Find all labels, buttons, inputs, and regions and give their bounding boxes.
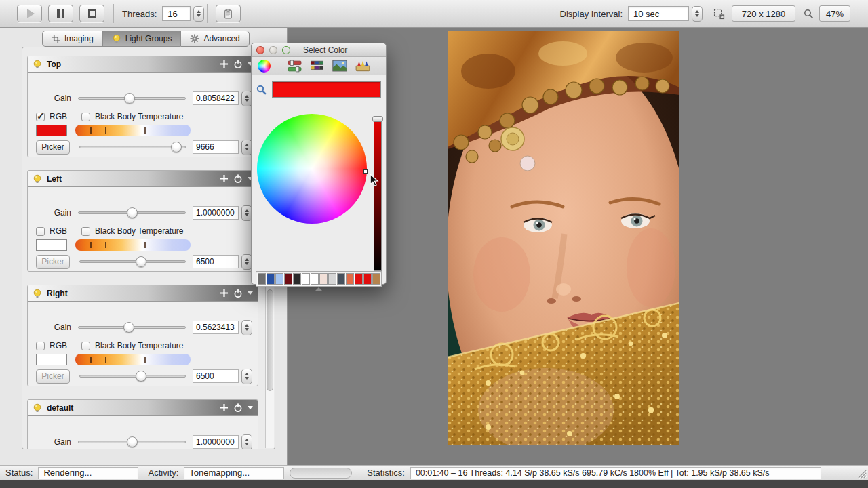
gain-slider-thumb[interactable] [127, 207, 138, 218]
scrollbar-thumb[interactable] [267, 289, 273, 391]
color-swatch-cell[interactable] [311, 273, 319, 285]
gain-value-field[interactable]: 1.0000000 [193, 435, 239, 449]
color-swatch-cell[interactable] [346, 273, 354, 285]
threads-input[interactable]: 16 [162, 6, 191, 21]
gain-value-field[interactable]: 1.0000000 [193, 206, 239, 220]
gain-slider-thumb[interactable] [123, 322, 134, 333]
light-group-Top: Top Gain 0.8058422 RGB Black Body Temper… [27, 56, 258, 157]
minimize-icon[interactable] [269, 46, 277, 54]
close-icon[interactable] [256, 46, 264, 54]
light-group-header[interactable]: default [28, 400, 258, 416]
power-toggle-icon[interactable] [233, 60, 243, 69]
color-magnifier-icon[interactable] [256, 85, 267, 95]
black-body-checkbox[interactable] [81, 113, 90, 121]
picker-button[interactable]: Picker [36, 255, 70, 269]
display-interval-stepper[interactable] [692, 6, 703, 22]
temperature-gradient-bar[interactable] [75, 354, 191, 365]
add-group-icon[interactable] [220, 289, 229, 298]
tab-imaging[interactable]: Imaging [42, 30, 102, 47]
pause-button[interactable] [48, 5, 73, 22]
color-swatch-cell[interactable] [355, 273, 363, 285]
swatch-drawer-handle[interactable] [315, 287, 322, 291]
rgb-checkbox[interactable] [36, 227, 45, 236]
temperature-slider-thumb[interactable] [171, 142, 182, 152]
add-group-icon[interactable] [220, 174, 229, 183]
color-swatch-cell[interactable] [337, 273, 345, 285]
gain-stepper[interactable] [241, 320, 252, 336]
brightness-slider-thumb[interactable] [372, 116, 383, 122]
threads-stepper[interactable] [193, 6, 204, 22]
temperature-stepper[interactable] [241, 369, 252, 384]
copy-button[interactable] [216, 5, 241, 22]
rgb-checkbox[interactable] [36, 113, 45, 121]
brightness-slider[interactable] [374, 118, 382, 271]
color-swatch-cell[interactable] [372, 273, 380, 285]
temperature-slider-thumb[interactable] [136, 371, 146, 382]
crayons-icon[interactable] [355, 60, 370, 72]
group-color-swatch[interactable] [36, 125, 67, 136]
gain-slider[interactable] [78, 436, 186, 448]
picker-button[interactable]: Picker [36, 369, 70, 384]
zoom-window-icon[interactable] [282, 46, 290, 54]
resolution-display: 488 x 868 [732, 5, 795, 22]
gain-slider-thumb[interactable] [127, 436, 138, 447]
power-toggle-icon[interactable] [233, 289, 243, 298]
temperature-slider-thumb[interactable] [136, 256, 146, 267]
group-color-swatch[interactable] [36, 354, 67, 365]
temperature-slider[interactable] [79, 256, 186, 268]
light-group-Left: Left Gain 1.0000000 RGB Black Body Tempe… [27, 170, 258, 272]
gain-value-field[interactable]: 0.8058422 [193, 92, 239, 105]
tab-advanced[interactable]: Advanced [180, 30, 249, 47]
light-group-header[interactable]: Top [28, 56, 258, 73]
temperature-gradient-bar[interactable] [75, 125, 191, 136]
chevron-down-icon[interactable] [248, 291, 253, 295]
color-swatch-cell[interactable] [302, 273, 310, 285]
select-color-titlebar[interactable]: Select Color [252, 43, 386, 57]
color-swatch-cell[interactable] [293, 273, 301, 285]
resize-grip[interactable] [854, 468, 867, 479]
temperature-value-field[interactable]: 9666 [193, 140, 239, 154]
temperature-value-field[interactable]: 6500 [193, 255, 239, 268]
light-group-header[interactable]: Right [28, 285, 258, 302]
rgb-label: RGB [50, 226, 67, 236]
temperature-slider[interactable] [79, 141, 186, 153]
power-toggle-icon[interactable] [233, 174, 243, 184]
add-group-icon[interactable] [220, 403, 229, 412]
color-swatch-cell[interactable] [363, 273, 372, 285]
color-swatch-cell[interactable] [328, 273, 336, 285]
black-body-checkbox[interactable] [81, 227, 90, 236]
color-selection-marker[interactable] [363, 169, 368, 174]
gain-slider-thumb[interactable] [124, 93, 135, 104]
temperature-value-field[interactable]: 6500 [193, 369, 239, 383]
add-group-icon[interactable] [220, 60, 229, 68]
black-body-checkbox[interactable] [81, 342, 90, 350]
play-button[interactable] [17, 5, 42, 22]
color-wheel-icon[interactable] [258, 60, 271, 73]
display-interval-input[interactable]: 10 sec [628, 6, 689, 21]
color-swatch-cell[interactable] [319, 273, 328, 285]
temperature-slider[interactable] [79, 370, 186, 382]
picker-button[interactable]: Picker [36, 140, 70, 155]
gain-slider[interactable] [78, 92, 186, 104]
sliders-icon[interactable] [288, 60, 302, 73]
rgb-checkbox[interactable] [36, 342, 45, 350]
color-swatch-cell[interactable] [275, 273, 283, 285]
color-wheel[interactable] [257, 114, 367, 224]
mouse-cursor [370, 174, 379, 190]
light-group-header[interactable]: Left [28, 171, 258, 187]
tab-light-groups[interactable]: Light Groups [102, 30, 181, 47]
group-color-swatch[interactable] [36, 239, 67, 251]
palette-icon[interactable] [310, 60, 324, 73]
temperature-gradient-bar[interactable] [75, 239, 191, 251]
power-toggle-icon[interactable] [233, 403, 243, 413]
gain-slider[interactable] [78, 207, 186, 219]
color-swatch-cell[interactable] [258, 273, 266, 285]
color-swatch-cell[interactable] [284, 273, 292, 285]
image-icon[interactable] [332, 60, 347, 72]
chevron-down-icon[interactable] [248, 406, 253, 409]
gain-value-field[interactable]: 0.5623413 [193, 321, 239, 334]
gain-stepper[interactable] [241, 434, 252, 450]
color-swatch-cell[interactable] [267, 273, 275, 285]
gain-slider[interactable] [78, 321, 186, 333]
stop-button[interactable] [79, 5, 104, 22]
